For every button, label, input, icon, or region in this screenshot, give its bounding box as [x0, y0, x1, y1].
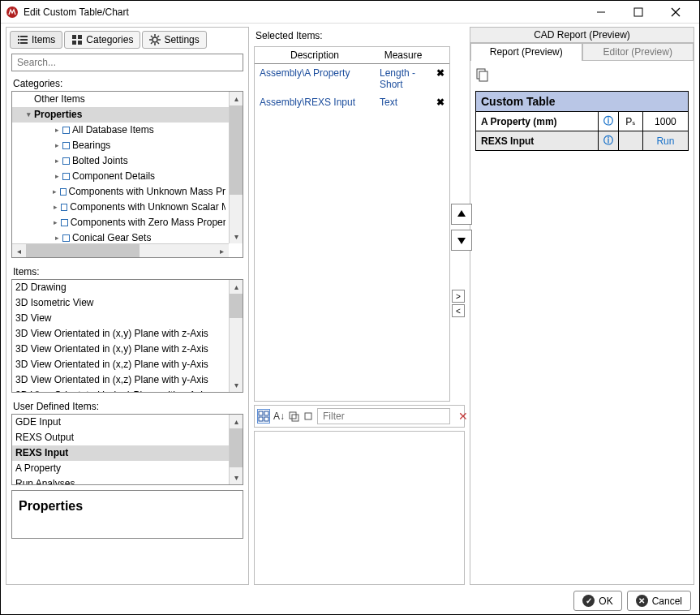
selected-header-measure: Measure	[375, 47, 432, 64]
list-item[interactable]: 3D View	[12, 311, 229, 326]
filter-input[interactable]	[317, 408, 450, 424]
categories-icon	[71, 34, 83, 45]
tree-item[interactable]: ▸Bearings	[12, 138, 229, 153]
expand-all-icon[interactable]	[288, 409, 299, 424]
scroll-down-icon[interactable]: ▾	[230, 230, 243, 243]
square-icon	[62, 173, 70, 180]
gear-icon	[149, 34, 161, 45]
list-item[interactable]: 3D View Orientated in (y,z) Plane with x…	[12, 388, 229, 392]
preview-table-title: Custom Table	[476, 92, 689, 112]
selected-header-description: Description	[255, 47, 375, 64]
list-item[interactable]: 3D View Orientated in (x,y) Plane with z…	[12, 342, 229, 357]
tree-item[interactable]: ▸Components with Zero Mass Properties	[12, 215, 229, 230]
tree-item[interactable]: ▸All Database Items	[12, 123, 229, 138]
tab-settings-label: Settings	[164, 34, 199, 45]
tree-item[interactable]: ▸Components with Unknown Mass Properties	[12, 184, 229, 200]
items-list[interactable]: 2D Drawing3D Isometric View3D View3D Vie…	[11, 279, 243, 393]
add-item-button[interactable]: >	[452, 290, 465, 303]
list-item[interactable]: 3D View Orientated in (x,z) Plane with y…	[12, 372, 229, 388]
copy-icon[interactable]	[475, 67, 490, 84]
items-label: Items:	[6, 263, 248, 279]
tab-items[interactable]: Items	[10, 31, 62, 49]
cancel-button[interactable]: ✕ Cancel	[627, 591, 691, 611]
svg-rect-24	[259, 411, 263, 415]
udi-vscroll[interactable]: ▴ ▾	[229, 415, 243, 484]
list-item[interactable]: REXS Input	[12, 445, 229, 461]
list-item[interactable]: Run Analyses	[12, 476, 229, 484]
list-item[interactable]: 2D Drawing	[12, 280, 229, 295]
list-item[interactable]: 3D Isometric View	[12, 295, 229, 311]
categories-vscroll[interactable]: ▴ ▾	[229, 92, 243, 243]
search-input[interactable]	[11, 54, 243, 71]
list-item[interactable]: 3D View Orientated in (x,z) Plane with y…	[12, 357, 229, 372]
preview-panel: CAD Report (Preview) Report (Preview) Ed…	[470, 27, 694, 585]
svg-rect-11	[72, 35, 76, 39]
move-down-button[interactable]	[451, 230, 472, 251]
square-icon	[61, 219, 67, 226]
scroll-up-icon[interactable]: ▴	[230, 92, 243, 105]
tab-categories[interactable]: Categories	[64, 31, 140, 49]
svg-rect-14	[78, 41, 82, 45]
scroll-left-icon[interactable]: ◂	[12, 244, 26, 258]
list-item[interactable]: REXS Output	[12, 430, 229, 445]
tab-report-preview[interactable]: Report (Preview)	[470, 43, 582, 61]
categories-tree[interactable]: Other Items▾Properties▸All Database Item…	[11, 91, 243, 258]
middle-panel: Selected Items: Description Measure Asse…	[254, 27, 465, 585]
tree-item[interactable]: ▾Properties	[12, 107, 229, 123]
svg-marker-33	[457, 210, 466, 217]
sort-az-icon[interactable]: A↓	[273, 409, 285, 424]
svg-rect-26	[259, 417, 263, 421]
square-icon	[60, 188, 67, 196]
tree-item[interactable]: ▸Bolted Joints	[12, 153, 229, 169]
properties-panel-title: Properties	[11, 490, 243, 539]
user-defined-list[interactable]: GDE InputREXS OutputREXS InputA Property…	[11, 414, 243, 485]
remove-icon[interactable]: ✖	[432, 64, 449, 94]
square-icon	[62, 127, 70, 134]
list-item[interactable]: A Property	[12, 461, 229, 476]
scroll-right-icon[interactable]: ▸	[215, 244, 229, 258]
list-item[interactable]: GDE Input	[12, 415, 229, 430]
selected-items-box: Description Measure Assembly\A PropertyL…	[254, 46, 450, 402]
remove-item-button[interactable]: <	[452, 304, 465, 317]
svg-rect-9	[18, 42, 19, 44]
svg-point-15	[152, 37, 157, 42]
info-icon[interactable]: ⓘ	[598, 112, 618, 131]
close-button[interactable]	[657, 1, 694, 24]
preview-table: Custom Table A Property (mm)ⓘPₛ1000REXS …	[475, 91, 689, 151]
preview-row: REXS InputⓘRun	[476, 131, 689, 151]
categorize-icon[interactable]	[257, 409, 270, 424]
svg-rect-25	[264, 411, 268, 415]
square-icon	[62, 142, 70, 149]
x-icon: ✕	[636, 595, 648, 607]
check-icon: ✓	[582, 595, 595, 607]
svg-rect-13	[72, 41, 76, 45]
tab-editor-preview[interactable]: Editor (Preview)	[582, 43, 694, 61]
tree-item[interactable]: Other Items	[12, 92, 229, 107]
scroll-down-icon[interactable]: ▾	[230, 471, 243, 484]
svg-rect-28	[290, 412, 296, 419]
selected-item-row[interactable]: Assembly\REXS InputText✖	[255, 93, 449, 111]
tree-item[interactable]: ▸Component Details	[12, 169, 229, 184]
list-item[interactable]: 3D View Orientated in (x,y) Plane with z…	[12, 326, 229, 342]
items-vscroll[interactable]: ▴ ▾	[229, 280, 243, 392]
maximize-button[interactable]	[620, 1, 657, 24]
remove-icon[interactable]: ✖	[432, 93, 449, 111]
selected-item-row[interactable]: Assembly\A PropertyLength - Short✖	[255, 64, 449, 94]
info-icon[interactable]: ⓘ	[598, 131, 618, 151]
scroll-up-icon[interactable]: ▴	[230, 280, 243, 294]
minimize-button[interactable]	[582, 1, 620, 24]
property-grid[interactable]	[254, 431, 465, 585]
tree-item[interactable]: ▸Components with Unknown Scalar Mass	[12, 200, 229, 215]
svg-rect-6	[20, 36, 28, 37]
svg-rect-27	[264, 417, 268, 421]
scroll-down-icon[interactable]: ▾	[230, 378, 243, 392]
categories-hscroll[interactable]: ◂ ▸	[12, 243, 229, 257]
ok-button[interactable]: ✓ OK	[573, 591, 621, 611]
tab-settings[interactable]: Settings	[142, 31, 206, 49]
collapse-all-icon[interactable]	[303, 409, 314, 424]
scroll-up-icon[interactable]: ▴	[230, 415, 243, 428]
tab-categories-label: Categories	[86, 34, 133, 45]
move-up-button[interactable]	[451, 204, 472, 225]
svg-rect-2	[634, 8, 642, 16]
left-panel: Items Categories Settings Categories: Ot…	[6, 27, 249, 585]
